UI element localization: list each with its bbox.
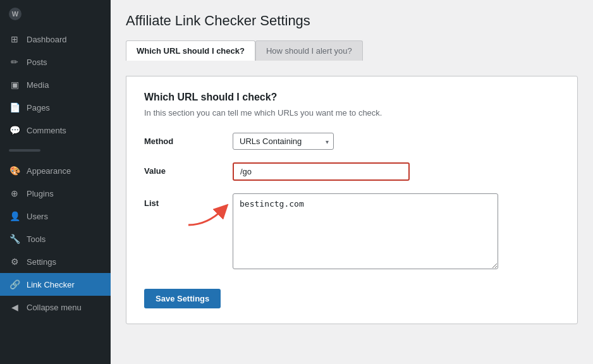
value-label: Value (144, 162, 220, 176)
sidebar-item-label: Comments (27, 126, 66, 135)
value-input[interactable] (233, 162, 410, 181)
sidebar-item-posts[interactable]: ✏ Posts (0, 51, 111, 73)
tabs-container: Which URL should I check? How should I a… (126, 40, 578, 61)
media-icon: ▣ (9, 79, 20, 90)
method-select-wrapper: URLs Containing URLs Starting With All U… (233, 133, 334, 150)
pages-icon: 📄 (9, 102, 20, 113)
sidebar-item-media[interactable]: ▣ Media (0, 73, 111, 96)
sidebar-item-label: Posts (27, 58, 47, 67)
sidebar-item-label: Dashboard (27, 35, 67, 44)
sidebar-item-collapse[interactable]: ◀ Collapse menu (0, 296, 111, 318)
section-description: In this section you can tell me which UR… (144, 108, 559, 118)
separator-bar (9, 149, 40, 152)
comments-icon: 💬 (9, 124, 20, 136)
sidebar-logo: W (0, 0, 111, 28)
sidebar-item-settings[interactable]: ⚙ Settings (0, 250, 111, 273)
sidebar-item-label: Media (27, 80, 49, 90)
sidebar-item-tools[interactable]: 🔧 Tools (0, 228, 111, 250)
page-title: Affiliate Link Checker Settings (126, 13, 578, 29)
wp-logo-icon: W (9, 8, 21, 20)
tools-icon: 🔧 (9, 233, 20, 245)
sidebar-item-label: Users (27, 212, 48, 221)
list-control: bestinctg.com (233, 193, 559, 271)
main-content: Affiliate Link Checker Settings Which UR… (111, 0, 593, 364)
posts-icon: ✏ (9, 56, 20, 68)
sidebar-item-comments[interactable]: 💬 Comments (0, 119, 111, 142)
sidebar: W ⊞ Dashboard ✏ Posts ▣ Media 📄 Pages 💬 … (0, 0, 111, 364)
method-label: Method (144, 133, 220, 146)
form-row-value: Value (144, 162, 559, 181)
form-row-method: Method URLs Containing URLs Starting Wit… (144, 133, 559, 150)
appearance-icon: 🎨 (9, 165, 20, 176)
tab-alert[interactable]: How should I alert you? (255, 40, 363, 61)
content-card: Which URL should I check? In this sectio… (126, 76, 578, 324)
sidebar-item-dashboard[interactable]: ⊞ Dashboard (0, 28, 111, 51)
method-select[interactable]: URLs Containing URLs Starting With All U… (233, 133, 334, 150)
sidebar-item-appearance[interactable]: 🎨 Appearance (0, 159, 111, 182)
plugins-icon: ⊕ (9, 188, 20, 199)
sidebar-item-link-checker[interactable]: 🔗 Link Checker (0, 273, 111, 296)
collapse-icon: ◀ (9, 301, 20, 313)
save-settings-button[interactable]: Save Settings (144, 289, 221, 308)
tab-url-check[interactable]: Which URL should I check? (126, 40, 255, 61)
sidebar-item-label: Appearance (27, 166, 71, 176)
sidebar-item-label: Collapse menu (27, 303, 82, 312)
method-control: URLs Containing URLs Starting With All U… (233, 133, 559, 150)
value-control (233, 162, 559, 181)
sidebar-item-pages[interactable]: 📄 Pages (0, 96, 111, 119)
settings-icon: ⚙ (9, 256, 20, 267)
sidebar-item-label: Tools (27, 234, 46, 244)
sidebar-item-users[interactable]: 👤 Users (0, 205, 111, 228)
sidebar-item-label: Settings (27, 257, 56, 267)
list-textarea[interactable]: bestinctg.com (233, 193, 498, 269)
form-row-list: List bestinctg.com (144, 193, 559, 271)
section-title: Which URL should I check? (144, 92, 559, 103)
users-icon: 👤 (9, 210, 20, 222)
link-checker-icon: 🔗 (9, 279, 20, 290)
dashboard-icon: ⊞ (9, 33, 20, 45)
sidebar-separator (0, 142, 111, 159)
sidebar-item-label: Link Checker (27, 280, 75, 289)
red-arrow (185, 203, 229, 228)
sidebar-item-label: Pages (27, 103, 50, 112)
sidebar-item-label: Plugins (27, 189, 54, 198)
sidebar-item-plugins[interactable]: ⊕ Plugins (0, 182, 111, 205)
